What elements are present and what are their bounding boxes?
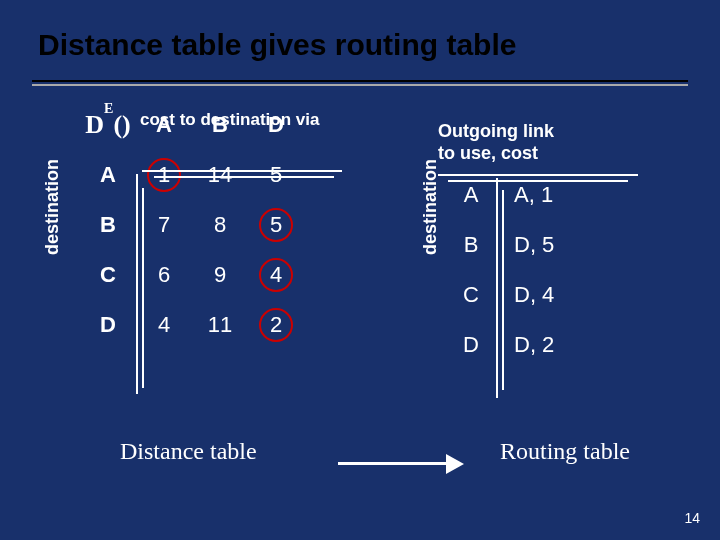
row-header: C xyxy=(80,250,136,300)
cell: 14 xyxy=(192,150,248,200)
row-header: A xyxy=(438,170,504,220)
grid-line xyxy=(496,178,498,398)
cell: 4 xyxy=(136,300,192,350)
title-rule xyxy=(32,80,688,82)
row-header: B xyxy=(80,200,136,250)
min-circle-icon: 1 xyxy=(147,158,181,192)
cell: 11 xyxy=(192,300,248,350)
cell: 8 xyxy=(192,200,248,250)
grid-line xyxy=(502,190,504,390)
row-header: D xyxy=(80,300,136,350)
arrow-icon xyxy=(338,452,468,476)
caption-routing: Routing table xyxy=(500,438,630,465)
title-rule-shadow xyxy=(32,84,688,86)
routing-value: A, 1 xyxy=(504,170,599,220)
caption-distance: Distance table xyxy=(120,438,257,465)
routing-grid: A A, 1 B D, 5 C D, 4 D D, 2 xyxy=(438,170,599,370)
cell: 6 xyxy=(136,250,192,300)
page-number: 14 xyxy=(684,510,700,526)
grid-line xyxy=(438,174,638,176)
row-header: D xyxy=(438,320,504,370)
slide: Distance table gives routing table desti… xyxy=(0,0,720,540)
routing-value: D, 4 xyxy=(504,270,599,320)
routing-value: D, 2 xyxy=(504,320,599,370)
distance-axis-label: destination xyxy=(42,159,63,255)
distance-table: cost to destination via DE() A B D A 1 1… xyxy=(80,110,370,350)
routing-value: D, 5 xyxy=(504,220,599,270)
cell: 5 xyxy=(248,200,304,250)
cell: 4 xyxy=(248,250,304,300)
cell: 1 xyxy=(136,150,192,200)
distance-subtitle: cost to destination via xyxy=(140,110,370,130)
slide-title: Distance table gives routing table xyxy=(38,28,690,62)
cell: 9 xyxy=(192,250,248,300)
cell: 5 xyxy=(248,150,304,200)
cell: 2 xyxy=(248,300,304,350)
grid-line xyxy=(154,176,334,178)
routing-header: Outgoing link to use, cost xyxy=(438,120,668,164)
grid-line xyxy=(142,188,144,388)
grid-line xyxy=(142,170,342,172)
distance-symbol: DE() xyxy=(80,100,136,150)
grid-line xyxy=(448,180,628,182)
routing-table: Outgoing link to use, cost A A, 1 B D, 5… xyxy=(438,120,668,370)
row-header: A xyxy=(80,150,136,200)
row-header: C xyxy=(438,270,504,320)
row-header: B xyxy=(438,220,504,270)
cell: 7 xyxy=(136,200,192,250)
min-circle-icon: 2 xyxy=(259,308,293,342)
grid-line xyxy=(136,174,138,394)
min-circle-icon: 4 xyxy=(259,258,293,292)
min-circle-icon: 5 xyxy=(259,208,293,242)
distance-grid: DE() A B D A 1 14 5 B 7 8 5 C 6 9 xyxy=(80,100,304,350)
